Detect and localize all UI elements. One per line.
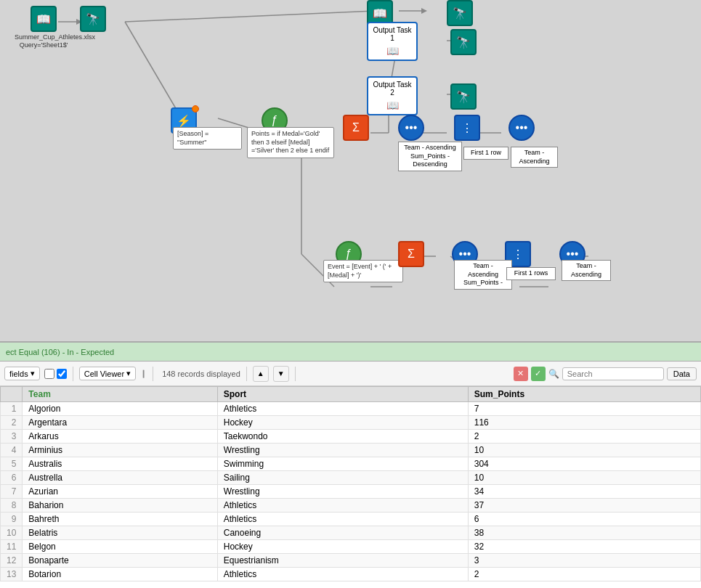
search-container: ✕ ✓ 🔍 Data [514, 367, 697, 381]
fields-checkbox-2[interactable] [57, 369, 67, 379]
read-node-athletes[interactable]: 📖 Summer_Cup_Athletes.xlsx Query='Sheet1… [15, 6, 73, 49]
viewer-indicator: ❙ [140, 369, 147, 378]
cell-sport: Athletics [217, 513, 468, 526]
svg-line-1 [125, 22, 182, 118]
multi-icon-1: ••• [398, 115, 424, 141]
cell-team: Arkarus [23, 430, 217, 444]
data-table-container[interactable]: Team Sport Sum_Points 1 Algorion Athleti… [0, 386, 701, 588]
output-task-1: Output Task 1 📖 [367, 22, 418, 61]
cell-sport: Hockey [217, 540, 468, 554]
table-header-row: Team Sport Sum_Points [1, 387, 701, 402]
output-1-label: Output Task 1 [373, 26, 412, 42]
table-row[interactable]: 6 Austrella Sailing 10 [1, 471, 701, 485]
cell-sum-points: 34 [468, 485, 700, 499]
table-row[interactable]: 3 Arkarus Taekwondo 2 [1, 430, 701, 444]
sort-label-4: Team - Ascending [562, 260, 611, 281]
browse-output-1[interactable]: 🔭 [450, 29, 477, 55]
browse-icon-1: 🔭 [80, 6, 106, 32]
output-task-2: Output Task 2 📖 [367, 76, 418, 115]
cell-sum-points: 2 [468, 568, 700, 581]
table-row[interactable]: 13 Botarion Athletics 2 [1, 568, 701, 581]
table-row[interactable]: 2 Argentara Hockey 116 [1, 416, 701, 430]
data-table: Team Sport Sum_Points 1 Algorion Athleti… [0, 386, 701, 581]
separator-1 [73, 367, 73, 381]
cell-team: Azurian [23, 485, 217, 499]
table-row[interactable]: 4 Arminius Wrestling 10 [1, 444, 701, 457]
table-row[interactable]: 9 Bahreth Athletics 6 [1, 513, 701, 526]
cell-num: 10 [1, 526, 23, 540]
workflow-canvas[interactable]: 📖 Summer_Cup_Athletes.xlsx Query='Sheet1… [0, 0, 701, 341]
summarize-node-2[interactable]: Σ [398, 241, 424, 267]
fields-label: fields [9, 369, 28, 378]
first-label-2: First 1 rows [506, 267, 556, 280]
data-button[interactable]: Data [667, 367, 697, 380]
cell-sum-points: 7 [468, 402, 700, 416]
multi-node-2[interactable]: ••• [508, 115, 535, 141]
cell-sum-points: 304 [468, 457, 700, 471]
clear-button[interactable]: ✕ [514, 367, 528, 381]
cell-team: Belgon [23, 540, 217, 554]
search-icon: 🔍 [548, 369, 559, 379]
status-bar: ect Equal (106) - In - Expected [0, 343, 701, 362]
table-row[interactable]: 7 Azurian Wrestling 34 [1, 485, 701, 499]
cell-team: Baharion [23, 499, 217, 513]
table-row[interactable]: 1 Algorion Athletics 7 [1, 402, 701, 416]
cell-num: 13 [1, 568, 23, 581]
cell-sum-points: 32 [468, 540, 700, 554]
first-label-1: First 1 row [463, 147, 508, 160]
cell-sport: Taekwondo [217, 430, 468, 444]
table-row[interactable]: 12 Bonaparte Equestrianism 3 [1, 554, 701, 568]
cell-sport: Hockey [217, 416, 468, 430]
status-text: ect Equal (106) - In - Expected [6, 348, 114, 356]
table-body: 1 Algorion Athletics 7 2 Argentara Hocke… [1, 402, 701, 581]
cell-viewer-button[interactable]: Cell Viewer ▾ [79, 367, 136, 380]
data-label: Data [673, 369, 690, 378]
separator-4 [295, 367, 296, 381]
prev-button[interactable]: ▲ [253, 366, 269, 382]
browse-node-1[interactable]: 🔭 [80, 6, 106, 32]
col-header-num [1, 387, 23, 402]
summarize-icon-2: Σ [398, 241, 424, 267]
cell-num: 3 [1, 430, 23, 444]
cell-sport: Athletics [217, 402, 468, 416]
cell-sport: Athletics [217, 568, 468, 581]
cell-team: Bahreth [23, 513, 217, 526]
sort-icon-1: ⋮ [454, 115, 480, 141]
cell-num: 4 [1, 444, 23, 457]
table-row[interactable]: 5 Australis Swimming 304 [1, 457, 701, 471]
table-row[interactable]: 11 Belgon Hockey 32 [1, 540, 701, 554]
confirm-button[interactable]: ✓ [531, 367, 546, 381]
cell-sum-points: 116 [468, 416, 700, 430]
cell-viewer-label: Cell Viewer [84, 369, 124, 378]
sort-node-1[interactable]: ⋮ [454, 115, 480, 141]
search-input[interactable] [562, 367, 664, 380]
cell-num: 8 [1, 499, 23, 513]
multi-icon-2: ••• [508, 115, 535, 141]
fields-button[interactable]: fields ▾ [4, 367, 40, 380]
connector-lines [0, 0, 701, 341]
cell-num: 1 [1, 402, 23, 416]
browse-out-icon-1: 🔭 [450, 29, 477, 55]
formula-box-1: Points = if Medal='Gold' then 3 elseif [… [247, 127, 334, 158]
cell-sum-points: 6 [468, 513, 700, 526]
table-row[interactable]: 8 Baharion Athletics 37 [1, 499, 701, 513]
fields-checkbox-1[interactable] [44, 369, 54, 379]
browse-icon-top: 🔭 [447, 0, 473, 26]
cell-num: 5 [1, 457, 23, 471]
col-header-sport[interactable]: Sport [217, 387, 468, 402]
col-header-sum-points[interactable]: Sum_Points [468, 387, 700, 402]
table-row[interactable]: 10 Belatris Canoeing 38 [1, 526, 701, 540]
browse-output-2[interactable]: 🔭 [450, 83, 477, 110]
multi-node-1[interactable]: ••• [398, 115, 424, 141]
cell-team: Algorion [23, 402, 217, 416]
fields-dropdown-icon: ▾ [31, 369, 35, 378]
next-button[interactable]: ▼ [273, 366, 289, 382]
summarize-node-1[interactable]: Σ [343, 115, 369, 141]
col-header-team[interactable]: Team [23, 387, 217, 402]
cell-num: 11 [1, 540, 23, 554]
cell-sport: Swimming [217, 457, 468, 471]
cell-sum-points: 10 [468, 444, 700, 457]
browse-node-top[interactable]: 🔭 [447, 0, 473, 26]
sort-label-1: Team - Ascending Sum_Points - Descending [398, 142, 462, 171]
cell-num: 7 [1, 485, 23, 499]
